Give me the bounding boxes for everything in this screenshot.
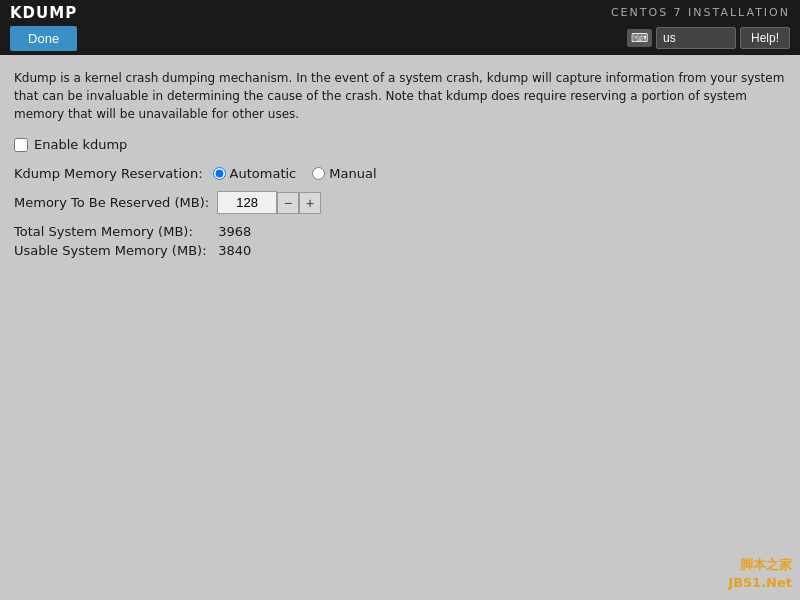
form-area: Enable kdump Kdump Memory Reservation: A…: [14, 137, 786, 258]
watermark-line2: JB51.Net: [728, 574, 792, 592]
manual-radio[interactable]: [312, 167, 325, 180]
help-button[interactable]: Help!: [740, 27, 790, 49]
reservation-label: Kdump Memory Reservation:: [14, 166, 203, 181]
automatic-radio[interactable]: [213, 167, 226, 180]
description-text: Kdump is a kernel crash dumping mechanis…: [14, 69, 786, 123]
centos-title: CENTOS 7 INSTALLATION: [611, 6, 790, 19]
manual-label[interactable]: Manual: [329, 166, 376, 181]
automatic-label[interactable]: Automatic: [230, 166, 297, 181]
content-area: Kdump is a kernel crash dumping mechanis…: [0, 55, 800, 272]
reservation-row: Kdump Memory Reservation: Automatic Manu…: [14, 166, 786, 181]
usable-memory-value: 3840: [218, 243, 251, 258]
total-memory-value: 3968: [218, 224, 251, 239]
watermark-line1: 脚本之家: [728, 556, 792, 574]
header-right: CENTOS 7 INSTALLATION ⌨ Help!: [611, 6, 790, 49]
enable-kdump-label[interactable]: Enable kdump: [34, 137, 127, 152]
header-left: KDUMP Done: [10, 4, 77, 51]
enable-kdump-row: Enable kdump: [14, 137, 786, 152]
enable-kdump-checkbox[interactable]: [14, 138, 28, 152]
usable-memory-label: Usable System Memory (MB):: [14, 243, 214, 258]
lang-input-wrapper: ⌨ Help!: [627, 27, 790, 49]
decrement-button[interactable]: −: [277, 192, 299, 214]
memory-label: Memory To Be Reserved (MB):: [14, 195, 209, 210]
usable-memory-row: Usable System Memory (MB): 3840: [14, 243, 786, 258]
memory-row: Memory To Be Reserved (MB): − +: [14, 191, 786, 214]
watermark: 脚本之家 JB51.Net: [728, 556, 792, 592]
keyboard-icon: ⌨: [627, 29, 652, 47]
language-input[interactable]: [656, 27, 736, 49]
done-button[interactable]: Done: [10, 26, 77, 51]
manual-radio-option[interactable]: Manual: [312, 166, 376, 181]
header: KDUMP Done CENTOS 7 INSTALLATION ⌨ Help!: [0, 0, 800, 55]
memory-input[interactable]: [217, 191, 277, 214]
app-title: KDUMP: [10, 4, 77, 22]
total-memory-label: Total System Memory (MB):: [14, 224, 214, 239]
total-memory-row: Total System Memory (MB): 3968: [14, 224, 786, 239]
automatic-radio-option[interactable]: Automatic: [213, 166, 297, 181]
increment-button[interactable]: +: [299, 192, 321, 214]
